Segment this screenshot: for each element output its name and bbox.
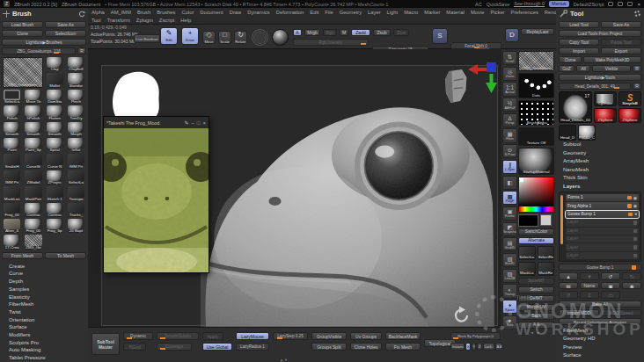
live-boolean-button[interactable]: Live Boolean — [134, 34, 160, 43]
menu-draw[interactable]: Draw — [230, 9, 242, 17]
layer-intensity-handle[interactable] — [628, 213, 633, 217]
brush-polish[interactable]: Polish — [3, 105, 21, 119]
layer-rename-button[interactable]: Name — [580, 282, 599, 290]
use-global-button[interactable]: Use Global — [202, 343, 232, 351]
layers-section-title[interactable]: Layers — [559, 183, 641, 192]
subpalette-fibermesh[interactable]: FiberMesh — [2, 300, 86, 308]
subpalette-surface[interactable]: Surface — [2, 323, 86, 331]
quicksave-button[interactable]: QuickSave — [487, 2, 510, 7]
brush-damsta[interactable]: DamSta — [46, 90, 64, 104]
reference-window[interactable]: *Takeshi The Frog_Mood. ✎ – □ × — [103, 116, 209, 273]
bottom-aa-button[interactable]: A A — [495, 343, 502, 351]
switch-button[interactable]: Switch — [518, 286, 554, 293]
brush-trimdy[interactable]: TrimDy — [67, 105, 85, 119]
s-pivot-button[interactable]: ⊙S.Pivot — [502, 144, 517, 158]
menu-deformation[interactable]: Deformation — [276, 9, 304, 17]
subpalette-tablet-pressure[interactable]: Tablet Pressure — [2, 354, 86, 362]
select-rect-button[interactable]: SelectRe — [538, 246, 555, 260]
brush-imm-pri[interactable]: IMM Pri — [3, 170, 21, 185]
aa-button[interactable]: A A — [518, 322, 554, 329]
stroke-picker[interactable]: Dots — [518, 73, 554, 98]
dynamic-toggle[interactable]: Dynamic — [123, 332, 153, 340]
layer-intensity-handle[interactable] — [627, 196, 632, 200]
menu-preferences[interactable]: Preferences — [511, 9, 538, 17]
tool-thumb-simpleb[interactable]: SSimpleB — [618, 91, 641, 106]
layer-intensity-handle[interactable] — [627, 204, 632, 208]
alternate-button[interactable]: Alternate — [518, 237, 554, 244]
layer-new-button[interactable]: ▤ — [559, 282, 578, 290]
brush-curvest[interactable]: CurveSt — [24, 154, 42, 168]
menu-zplugin[interactable]: Zplugin — [136, 17, 153, 25]
refresh-icon[interactable] — [78, 11, 85, 18]
fix-mesh-button[interactable]: Fix Mesh — [385, 343, 421, 351]
tool-thumb-pm3d-c[interactable]: PM3D_C — [578, 125, 596, 141]
menu-macro[interactable]: Macro — [404, 9, 418, 17]
brush-frog-00[interactable]: Frog_00 — [3, 203, 21, 217]
close-holes-button[interactable]: Close Holes — [350, 343, 382, 351]
subpalette-depth[interactable]: Depth — [2, 278, 86, 286]
linkzb-button[interactable]: ▨LinkZB — [502, 269, 517, 283]
brush-frog-sp[interactable]: Frog_Sp — [46, 219, 64, 233]
frame-button[interactable]: ▣Frame — [502, 206, 517, 221]
l-sym-button[interactable]: ∥L.Sym — [502, 160, 517, 174]
subtool-master-button[interactable]: SubToolMaster — [91, 333, 120, 355]
uv-groups-button[interactable]: Uv Groups — [350, 332, 382, 340]
brush-smooth[interactable]: Smooth — [24, 122, 42, 136]
replay-last-button[interactable]: ReplayLast — [521, 28, 554, 35]
subpalette-elasticity[interactable]: Elasticity — [2, 293, 86, 301]
brush-spiral[interactable]: Spiral — [46, 138, 64, 152]
section-geometry-hd[interactable]: Geometry HD — [559, 335, 641, 344]
subpalette-samples[interactable]: Samples — [2, 286, 86, 293]
frog-sculpt[interactable] — [201, 88, 494, 327]
brush-morph[interactable]: Morph — [67, 122, 85, 136]
tool-thumb-head-d[interactable]: Head_D — [559, 125, 576, 141]
rotate-icon[interactable] — [452, 306, 472, 325]
close-icon[interactable]: × — [637, 2, 640, 7]
brush-zbg-go[interactable]: ZBG_Go — [24, 235, 42, 249]
shelf-pager[interactable]: ◂ ▸ — [518, 330, 554, 335]
layer-bake-view-button[interactable]: ◉ — [622, 282, 641, 290]
save-tool-button[interactable]: Save As — [601, 21, 641, 28]
lazyradius-slider[interactable]: LazyRadius 1 — [236, 343, 269, 351]
layer-row-frog-alpha-1[interactable]: Frog Alpha 1◉ — [566, 202, 639, 209]
subpalette-auto-masking[interactable]: Auto Masking — [2, 346, 86, 354]
switch-color-button[interactable]: SwitchColor — [518, 228, 554, 235]
brush-smooth[interactable]: Smooth — [3, 122, 21, 136]
menu-render[interactable]: Render — [545, 9, 556, 17]
brush-snakeh[interactable]: SnakeH — [3, 154, 21, 168]
subpalette-sculptris-pro[interactable]: Sculptris Pro — [2, 339, 86, 347]
menu-am-imm[interactable]: AM_IMM — [111, 9, 131, 17]
z-axis-button[interactable]: Z — [477, 343, 482, 351]
clone-brush-button[interactable]: Clone — [2, 30, 43, 37]
coverage-slider[interactable]: Coverage — [157, 343, 192, 351]
export-button[interactable]: Export — [601, 47, 641, 54]
menu-picker[interactable]: Picker — [490, 9, 504, 17]
brush-maskpen[interactable]: MaskPen — [24, 186, 42, 200]
grabid-button[interactable]: ▤GrabID — [502, 237, 517, 251]
menu-help[interactable]: Help — [180, 17, 191, 25]
secondary-color-swatch[interactable] — [540, 214, 552, 226]
y-axis-button[interactable]: Y — [472, 343, 477, 351]
layer-intensity-handle[interactable] — [633, 221, 638, 225]
minimize-icon[interactable]: – — [192, 120, 194, 126]
layers-scrollbar[interactable] — [560, 195, 563, 244]
menus-button[interactable]: Menus — [549, 1, 569, 7]
layer-up-button[interactable]: ▲ — [559, 272, 578, 280]
morph-uv-button[interactable]: Morph UV — [518, 304, 554, 311]
floor-button[interactable]: ▦Floor — [502, 128, 517, 142]
menu-transform[interactable]: Transform — [107, 17, 130, 25]
brush-preview[interactable] — [252, 29, 268, 46]
layer-intensity-handle[interactable] — [633, 229, 638, 234]
goz-r-button[interactable]: R — [633, 65, 641, 72]
edit-mode-button[interactable]: ✎Edit — [160, 27, 178, 45]
layer-duplicate-button[interactable]: ▣ — [601, 282, 620, 290]
layer-invert-button[interactable]: ↺ — [559, 291, 578, 299]
rgb-button[interactable]: Rgb — [323, 29, 337, 36]
section-nanomesh[interactable]: NanoMesh — [559, 166, 641, 175]
layer-row-goose-bump-1[interactable]: Goose Bump 1● — [566, 211, 639, 218]
layout-icon[interactable] — [608, 2, 613, 6]
menu-alpha[interactable]: Alpha — [91, 9, 105, 17]
layer-intensity-slider[interactable]: Goose Bump 1 — [559, 264, 641, 271]
import-mdd-button[interactable]: Import MDD — [559, 309, 599, 316]
paste-tool-button[interactable]: Paste Tool — [601, 39, 641, 46]
